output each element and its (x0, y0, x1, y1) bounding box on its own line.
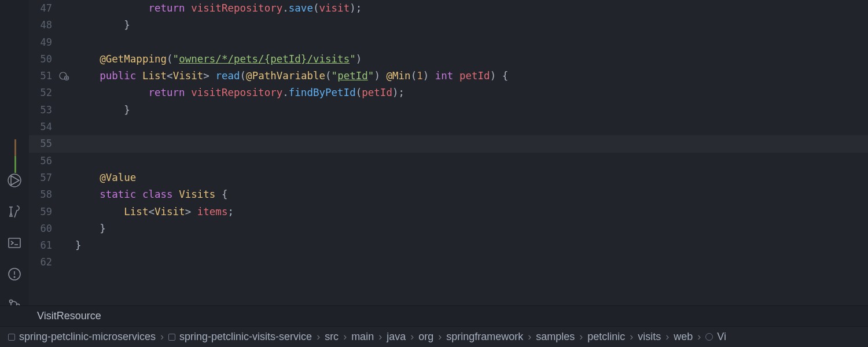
breadcrumb-item[interactable]: springframework (446, 331, 523, 343)
line-number-gutter: 47484950515253545556575859606162 (29, 0, 58, 305)
code-line[interactable]: @Value (75, 169, 868, 186)
code-line[interactable]: return visitRepository.save(visit); (75, 0, 868, 17)
breadcrumb-label: springframework (446, 331, 523, 343)
line-number: 62 (29, 254, 52, 271)
chevron-right-icon: › (665, 331, 669, 343)
active-tab[interactable]: VisitResource (37, 310, 101, 322)
line-number: 54 (29, 119, 52, 135)
git-icon[interactable] (6, 298, 23, 305)
breadcrumb-label: web (674, 331, 693, 343)
line-number: 50 (29, 51, 52, 68)
breadcrumb-item[interactable]: samples (536, 331, 575, 343)
line-number: 53 (29, 102, 52, 119)
breadcrumb-item[interactable]: petclinic (587, 331, 625, 343)
line-number: 51 (29, 68, 52, 84)
code-line[interactable]: @GetMapping("owners/*/pets/{petId}/visit… (75, 51, 868, 68)
line-number: 58 (29, 186, 52, 203)
chevron-right-icon: › (317, 331, 320, 343)
line-number: 61 (29, 237, 52, 254)
breadcrumb-item[interactable]: org (418, 331, 433, 343)
code-line[interactable]: public List<Visit> read(@PathVariable("p… (75, 68, 868, 84)
chevron-right-icon: › (438, 331, 442, 343)
code-line[interactable]: } (75, 102, 868, 119)
breadcrumb-item[interactable]: src (325, 331, 339, 343)
line-number: 47 (29, 0, 52, 17)
svg-rect-2 (9, 238, 20, 248)
endpoint-gutter-icon[interactable] (59, 71, 69, 81)
code-line[interactable] (75, 119, 868, 135)
code-line[interactable] (29, 135, 868, 152)
code-content[interactable]: return visitRepository.save(visit); } @G… (75, 0, 868, 305)
breadcrumb-item[interactable]: visits (638, 331, 661, 343)
code-line[interactable]: } (75, 220, 868, 237)
chevron-right-icon: › (579, 331, 583, 343)
line-number: 59 (29, 204, 52, 220)
breadcrumb-label: petclinic (587, 331, 625, 343)
line-number: 48 (29, 17, 52, 34)
module-icon (8, 334, 15, 341)
code-line[interactable]: static class Visits { (75, 186, 868, 203)
breadcrumb-item[interactable]: web (674, 331, 693, 343)
breadcrumb-item[interactable]: main (351, 331, 374, 343)
code-line[interactable] (75, 254, 868, 271)
code-line[interactable]: } (75, 237, 868, 254)
breadcrumb-label: Vi (717, 331, 726, 343)
problems-icon[interactable] (6, 267, 23, 281)
svg-point-4 (14, 276, 15, 278)
class-icon (705, 333, 713, 341)
chevron-right-icon: › (343, 331, 347, 343)
module-icon (168, 334, 175, 341)
tools-icon[interactable] (6, 205, 23, 219)
line-number: 56 (29, 153, 52, 169)
chevron-right-icon: › (410, 331, 414, 343)
change-marker-added[interactable] (14, 156, 16, 173)
code-editor[interactable]: 47484950515253545556575859606162 return … (29, 0, 868, 305)
line-number: 49 (29, 34, 52, 51)
code-line[interactable]: return visitRepository.findByPetId(petId… (75, 84, 868, 101)
tab-bar: VisitResource (0, 305, 868, 326)
code-line[interactable]: List<Visit> items; (75, 204, 868, 220)
breadcrumb-label: main (351, 331, 374, 343)
breadcrumb-item[interactable]: Vi (705, 331, 726, 343)
breadcrumb-label: spring-petclinic-visits-service (179, 331, 312, 343)
breadcrumb-label: java (387, 331, 406, 343)
gutter-annotations (58, 0, 75, 305)
breadcrumb-label: spring-petclinic-microservices (19, 331, 156, 343)
breadcrumb-item[interactable]: spring-petclinic-visits-service (168, 331, 312, 343)
chevron-right-icon: › (630, 331, 633, 343)
chevron-right-icon: › (697, 331, 701, 343)
code-line[interactable]: } (75, 17, 868, 34)
breadcrumb-label: org (418, 331, 433, 343)
change-marker-modified[interactable] (14, 139, 16, 156)
chevron-right-icon: › (528, 331, 531, 343)
run-icon[interactable] (6, 174, 23, 187)
breadcrumb-label: samples (536, 331, 575, 343)
terminal-icon[interactable] (6, 236, 23, 250)
chevron-right-icon: › (160, 331, 164, 343)
code-line[interactable] (75, 153, 868, 169)
breadcrumb-label: visits (638, 331, 661, 343)
breadcrumb-item[interactable]: spring-petclinic-microservices (8, 331, 156, 343)
code-line[interactable] (75, 34, 868, 51)
chevron-right-icon: › (378, 331, 382, 343)
line-number: 57 (29, 169, 52, 186)
line-number: 60 (29, 220, 52, 237)
svg-marker-0 (11, 176, 19, 185)
breadcrumb-bar: spring-petclinic-microservices›spring-pe… (0, 326, 868, 347)
breadcrumb-label: src (325, 331, 339, 343)
svg-point-5 (10, 300, 13, 303)
line-number: 52 (29, 84, 52, 101)
breadcrumb-item[interactable]: java (387, 331, 406, 343)
